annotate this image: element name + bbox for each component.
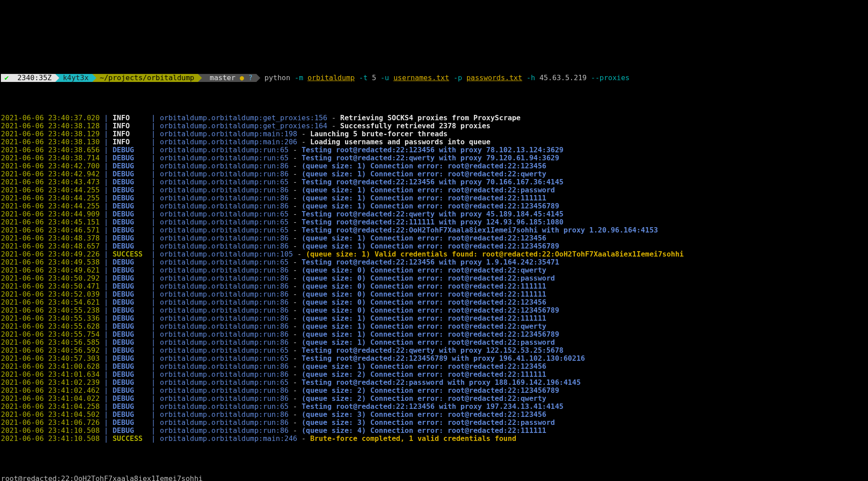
prompt-time: 2340:35Z (17, 73, 52, 82)
prompt-path: ~/projects/orbitaldump (96, 73, 198, 82)
log-timestamp: 2021-06-06 23:41:04.502 (1, 410, 100, 419)
log-source: orbitaldump.orbitaldump:run:86 (160, 170, 288, 178)
log-row: 2021-06-06 23:40:37.020 | INFO | orbital… (1, 114, 865, 122)
log-source: orbitaldump.orbitaldump:run:86 (160, 394, 288, 403)
log-timestamp: 2021-06-06 23:40:44.909 (1, 210, 100, 218)
pipe-separator: | (104, 122, 108, 130)
log-level: DEBUG (112, 194, 147, 202)
dash-separator: - (293, 314, 297, 322)
pipe-separator: | (151, 314, 156, 322)
log-source: orbitaldump.orbitaldump:run:86 (160, 410, 288, 419)
log-level: DEBUG (112, 282, 147, 290)
pipe-separator: | (104, 218, 108, 226)
log-level: DEBUG (112, 266, 147, 274)
log-level: DEBUG (112, 402, 147, 411)
log-level: DEBUG (112, 362, 147, 371)
terminal-output[interactable]: ✔ 2340:35Zk4yt3x~/projects/orbitaldump m… (0, 40, 868, 481)
log-level: DEBUG (112, 218, 147, 226)
result-line: root@redacted:22:OoH2TohF7xaala8iex1Ieme… (1, 475, 865, 481)
log-source: orbitaldump.orbitaldump:run:65 (160, 210, 288, 218)
pipe-separator: | (104, 394, 108, 403)
log-row: 2021-06-06 23:40:55.628 | DEBUG | orbita… (1, 322, 865, 330)
log-timestamp: 2021-06-06 23:40:50.292 (1, 274, 100, 282)
dash-separator: - (293, 386, 297, 395)
log-source: orbitaldump.orbitaldump:run:86 (160, 290, 288, 298)
log-message: (queue size: 0) Connection error: root@r… (301, 298, 546, 306)
dash-separator: - (332, 122, 336, 130)
log-row: 2021-06-06 23:40:50.292 | DEBUG | orbita… (1, 274, 865, 282)
log-timestamp: 2021-06-06 23:40:37.020 (1, 114, 100, 122)
log-message: Loading usernames and passwords into que… (310, 138, 491, 146)
check-icon: ✔ (4, 73, 9, 82)
dash-separator: - (297, 250, 302, 258)
log-message: (queue size: 0) Connection error: root@r… (301, 290, 546, 298)
log-message: Testing root@redacted:22:qwerty with pro… (301, 346, 564, 355)
pipe-separator: | (151, 306, 156, 314)
pipe-separator: | (104, 418, 108, 427)
log-level: SUCCESS (112, 434, 147, 443)
log-message: (queue size: 1) Connection error: root@r… (301, 330, 559, 338)
dash-separator: - (293, 274, 297, 282)
log-level: DEBUG (112, 226, 147, 234)
log-level: DEBUG (112, 370, 147, 379)
log-row: 2021-06-06 23:41:01.634 | DEBUG | orbita… (1, 371, 865, 379)
pipe-separator: | (151, 394, 156, 403)
log-timestamp: 2021-06-06 23:40:55.754 (1, 330, 100, 338)
log-message: Testing root@redacted:22:123456 with pro… (301, 402, 564, 411)
dash-separator: - (293, 378, 297, 387)
log-row: 2021-06-06 23:40:44.255 | DEBUG | orbita… (1, 194, 865, 202)
log-message: Testing root@redacted:22:123456 with pro… (301, 146, 564, 154)
pipe-separator: | (151, 362, 156, 371)
log-source: orbitaldump.orbitaldump:run:86 (160, 242, 288, 250)
log-row: 2021-06-06 23:40:48.657 | DEBUG | orbita… (1, 242, 865, 250)
dash-separator: - (293, 298, 297, 306)
pipe-separator: | (104, 266, 108, 274)
log-row: 2021-06-06 23:41:00.628 | DEBUG | orbita… (1, 363, 865, 371)
prompt-top: ✔ 2340:35Zk4yt3x~/projects/orbitaldump m… (1, 74, 865, 82)
log-timestamp: 2021-06-06 23:40:38.656 (1, 146, 100, 154)
arrow-icon (92, 74, 96, 82)
pipe-separator: | (104, 354, 108, 363)
log-source: orbitaldump.orbitaldump:main:246 (160, 434, 297, 443)
pipe-separator: | (151, 434, 156, 443)
dash-separator: - (293, 146, 297, 154)
log-level: DEBUG (112, 258, 147, 266)
log-message: (queue size: 0) Connection error: root@r… (301, 274, 555, 282)
dash-separator: - (293, 154, 297, 162)
log-timestamp: 2021-06-06 23:41:04.258 (1, 402, 100, 411)
log-message: Testing root@redacted:22:qwerty with pro… (301, 154, 559, 162)
pipe-separator: | (104, 282, 108, 290)
log-level: DEBUG (112, 378, 147, 387)
log-row: 2021-06-06 23:40:38.130 | INFO | orbital… (1, 138, 865, 146)
pipe-separator: | (104, 290, 108, 298)
log-row: 2021-06-06 23:40:56.585 | DEBUG | orbita… (1, 338, 865, 346)
log-row: 2021-06-06 23:41:04.258 | DEBUG | orbita… (1, 403, 865, 411)
pipe-separator: | (104, 314, 108, 322)
log-message: (queue size: 1) Connection error: root@r… (301, 186, 555, 194)
log-timestamp: 2021-06-06 23:40:55.628 (1, 322, 100, 330)
git-untracked-icon: ? (248, 73, 253, 82)
log-message: (queue size: 0) Connection error: root@r… (301, 306, 559, 314)
log-row: 2021-06-06 23:40:38.128 | INFO | orbital… (1, 122, 865, 130)
log-level: DEBUG (112, 410, 147, 419)
pipe-separator: | (151, 258, 156, 266)
log-level: DEBUG (112, 386, 147, 395)
log-row: 2021-06-06 23:40:43.473 | DEBUG | orbita… (1, 178, 865, 186)
pipe-separator: | (151, 162, 156, 170)
log-level: DEBUG (112, 346, 147, 355)
pipe-separator: | (104, 242, 108, 250)
log-message: (queue size: 1) Connection error: root@r… (301, 170, 546, 178)
log-row: 2021-06-06 23:40:45.151 | DEBUG | orbita… (1, 218, 865, 226)
log-source: orbitaldump.orbitaldump:run:105 (160, 250, 293, 258)
log-timestamp: 2021-06-06 23:40:42.700 (1, 162, 100, 170)
pipe-separator: | (104, 162, 108, 170)
pipe-separator: | (151, 178, 156, 186)
git-branch: master (210, 73, 235, 82)
log-timestamp: 2021-06-06 23:40:38.128 (1, 122, 100, 130)
log-message: (queue size: 1) Connection error: root@r… (301, 242, 559, 250)
log-level: SUCCESS (112, 250, 147, 258)
log-timestamp: 2021-06-06 23:40:57.303 (1, 354, 100, 363)
pipe-separator: | (151, 114, 156, 122)
log-timestamp: 2021-06-06 23:40:44.255 (1, 186, 100, 194)
log-timestamp: 2021-06-06 23:40:56.592 (1, 346, 100, 355)
